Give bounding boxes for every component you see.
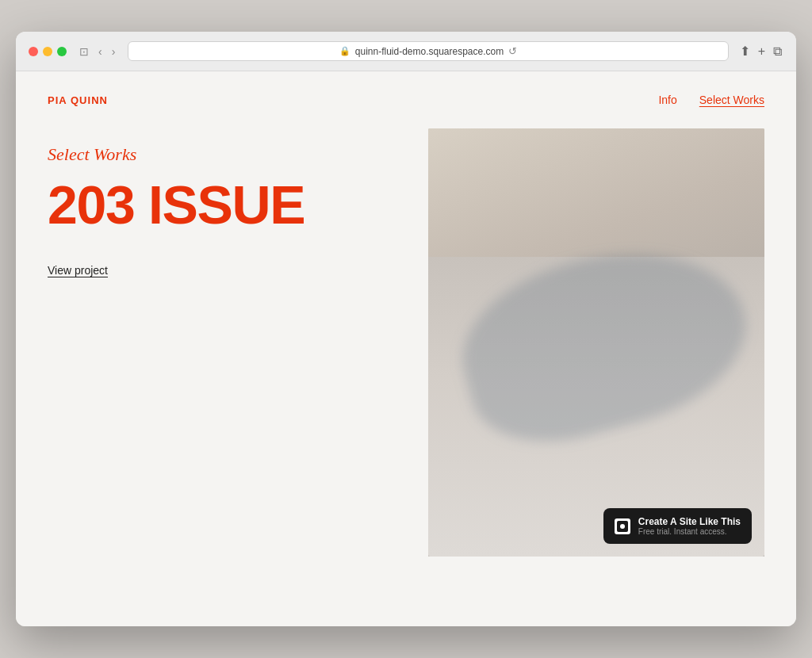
badge-title: Create A Site Like This bbox=[638, 516, 741, 527]
nav-links: Info Select Works bbox=[658, 94, 764, 106]
site-nav: PIA QUINN Info Select Works bbox=[16, 71, 796, 128]
url-text: quinn-fluid-demo.squarespace.com bbox=[355, 46, 504, 57]
traffic-lights bbox=[29, 47, 67, 56]
browser-window: ⊡ ‹ › 🔒 quinn-fluid-demo.squarespace.com… bbox=[16, 32, 796, 626]
site-content: PIA QUINN Info Select Works Select Works… bbox=[16, 71, 796, 626]
lock-icon: 🔒 bbox=[339, 46, 350, 56]
nav-link-info[interactable]: Info bbox=[658, 94, 676, 106]
windows-button[interactable]: ⧉ bbox=[772, 43, 783, 60]
site-logo[interactable]: PIA QUINN bbox=[48, 94, 108, 106]
section-label: Select Works bbox=[48, 144, 396, 165]
close-button[interactable] bbox=[29, 47, 38, 56]
squarespace-badge[interactable]: Create A Site Like This Free trial. Inst… bbox=[603, 508, 752, 544]
address-bar[interactable]: 🔒 quinn-fluid-demo.squarespace.com ↺ bbox=[128, 41, 728, 61]
project-image: Create A Site Like This Free trial. Inst… bbox=[428, 128, 764, 557]
fullscreen-button[interactable] bbox=[57, 47, 67, 56]
badge-subtitle: Free trial. Instant access. bbox=[638, 527, 741, 536]
new-tab-button[interactable]: + bbox=[756, 43, 767, 60]
share-button[interactable]: ⬆ bbox=[738, 42, 752, 60]
sidebar-toggle-button[interactable]: ⊡ bbox=[76, 44, 92, 59]
browser-controls: ⊡ ‹ › bbox=[76, 44, 118, 59]
squarespace-logo-icon bbox=[615, 518, 630, 534]
content-right: Create A Site Like This Free trial. Inst… bbox=[428, 128, 764, 557]
browser-chrome: ⊡ ‹ › 🔒 quinn-fluid-demo.squarespace.com… bbox=[16, 32, 796, 71]
project-title: 203 ISSUE bbox=[48, 178, 396, 231]
forward-button[interactable]: › bbox=[109, 44, 119, 59]
reload-icon[interactable]: ↺ bbox=[508, 45, 517, 57]
minimize-button[interactable] bbox=[43, 47, 52, 56]
back-button[interactable]: ‹ bbox=[95, 44, 105, 59]
browser-actions: ⬆ + ⧉ bbox=[738, 42, 783, 60]
view-project-link[interactable]: View project bbox=[48, 264, 108, 277]
content-left: Select Works 203 ISSUE View project bbox=[48, 128, 396, 277]
squarespace-badge-text: Create A Site Like This Free trial. Inst… bbox=[638, 516, 741, 536]
site-main: Select Works 203 ISSUE View project bbox=[16, 128, 796, 557]
nav-link-select-works[interactable]: Select Works bbox=[699, 94, 764, 106]
